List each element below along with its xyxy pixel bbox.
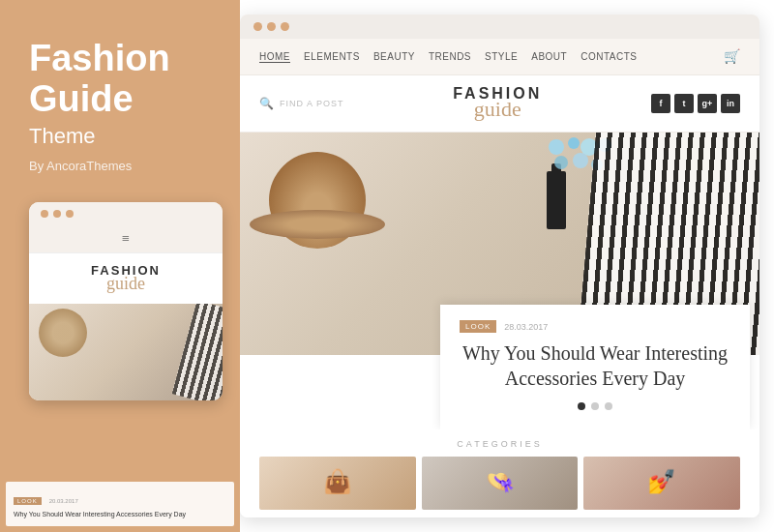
- nav-item-home[interactable]: HOME: [259, 51, 290, 63]
- svg-point-1: [568, 137, 580, 149]
- browser-dot-1: [253, 22, 262, 31]
- site-header: 🔍 FIND A POST FASHION guide f t g+ in: [240, 75, 759, 133]
- facebook-icon[interactable]: f: [651, 94, 670, 113]
- svg-point-5: [573, 153, 588, 168]
- linkedin-icon[interactable]: in: [721, 94, 740, 113]
- mobile-dot-1: [41, 210, 48, 218]
- mobile-dot-3: [66, 210, 74, 218]
- nav-items: HOME ELEMENTS BEAUTY TRENDS STYLE ABOUT …: [259, 51, 637, 63]
- article-meta: LOOK 28.03.2017: [460, 320, 730, 333]
- browser-dot-3: [281, 22, 289, 31]
- slider-dot-1[interactable]: [578, 402, 585, 410]
- slider-dot-2[interactable]: [591, 402, 599, 410]
- nav-item-elements[interactable]: ELEMENTS: [304, 51, 360, 62]
- search-placeholder[interactable]: FIND A POST: [280, 99, 344, 108]
- nav-item-style[interactable]: STYLE: [485, 51, 518, 62]
- look-badge: LOOK: [460, 320, 496, 333]
- social-icons: f t g+ in: [651, 94, 740, 113]
- search-area: 🔍 FIND A POST: [259, 97, 344, 110]
- nav-item-about[interactable]: ABOUT: [531, 51, 567, 62]
- app-subtitle: Theme: [29, 124, 95, 149]
- nav-item-contacts[interactable]: CONTACTS: [580, 51, 637, 62]
- article-title[interactable]: Why You Should Wear Interesting Accessor…: [460, 340, 730, 391]
- app-title: Fashion Guide: [29, 39, 170, 120]
- app-author: By AncoraThemes: [29, 159, 132, 173]
- site-logo: FASHION guide: [453, 85, 542, 122]
- mobile-image-area: [29, 304, 223, 400]
- category-thumbnails: [259, 457, 740, 510]
- nav-item-beauty[interactable]: BEAUTY: [373, 51, 415, 62]
- categories-label: CATEGORIES: [259, 439, 740, 449]
- slider-dots: [460, 402, 730, 410]
- twitter-icon[interactable]: t: [674, 94, 694, 113]
- article-overlay-card: LOOK 28.03.2017 Why You Should Wear Inte…: [440, 305, 750, 429]
- googleplus-icon[interactable]: g+: [698, 94, 717, 113]
- slider-dot-3[interactable]: [605, 402, 612, 410]
- mobile-preview-header: [29, 202, 223, 225]
- hat-brim-graphic: [250, 210, 385, 239]
- nav-item-trends[interactable]: TRENDS: [429, 51, 471, 62]
- cart-icon[interactable]: 🛒: [724, 48, 740, 65]
- categories-section: CATEGORIES: [240, 429, 759, 517]
- hamburger-icon[interactable]: ≡: [122, 231, 130, 247]
- left-panel: Fashion Guide Theme By AncoraThemes ≡ FA…: [0, 0, 240, 532]
- hero-slider: LOOK 28.03.2017 Why You Should Wear Inte…: [240, 133, 759, 429]
- mobile-stripe-graphic: [172, 304, 223, 400]
- site-navigation: HOME ELEMENTS BEAUTY TRENDS STYLE ABOUT …: [240, 39, 759, 75]
- search-icon[interactable]: 🔍: [259, 97, 274, 110]
- mobile-logo-script: guide: [39, 274, 213, 294]
- category-thumb-2[interactable]: [422, 457, 579, 510]
- mobile-dot-2: [53, 210, 61, 218]
- svg-point-0: [549, 139, 564, 155]
- browser-window: HOME ELEMENTS BEAUTY TRENDS STYLE ABOUT …: [240, 15, 759, 517]
- svg-point-4: [554, 156, 568, 169]
- browser-titlebar: [240, 15, 759, 39]
- mobile-hat-graphic: [39, 309, 87, 357]
- mobile-preview-card: ≡ FASHION guide LOOK 20.03.2017 Why You …: [29, 202, 223, 400]
- category-thumb-1[interactable]: [259, 457, 416, 510]
- mobile-logo-area: FASHION guide: [29, 253, 223, 304]
- browser-dot-2: [267, 22, 276, 31]
- article-date: 28.03.2017: [504, 322, 548, 332]
- category-thumb-3[interactable]: [583, 457, 740, 510]
- mobile-nav-bar: ≡: [29, 225, 223, 253]
